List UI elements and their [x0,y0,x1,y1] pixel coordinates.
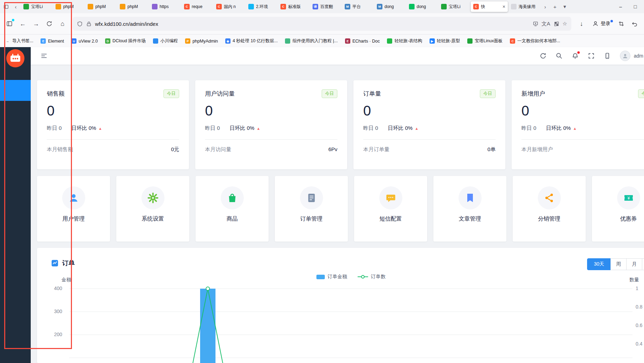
bookmark-star-icon[interactable]: ☆ [563,21,567,27]
today-badge: 今日 [638,89,644,98]
main-area: adm 销售额今日 0 昨日 0日环比 0%▲ 本月销售额0元 用户访问量今日 … [31,47,644,363]
admin-avatar[interactable] [620,51,630,61]
search-icon[interactable] [556,52,563,59]
bookmarks-bar: →导入书签... EElement UuView 2.0 DDCloud 插件市… [0,35,644,48]
translate-icon[interactable]: 文A [542,21,550,27]
refresh-icon[interactable] [540,52,547,59]
stat-yesterday: 昨日 0 [363,125,378,132]
browser-tab[interactable]: 海美缘用 [508,1,540,12]
maximize-button[interactable]: □ [628,1,643,12]
bookmark-label: 导入书签... [12,38,33,44]
bookmark-item[interactable]: DDCloud 插件市场 [105,38,146,44]
csdn-icon: C [510,38,515,44]
undo-icon[interactable] [629,18,641,30]
bell-icon[interactable] [572,52,579,59]
quick-label: 用户管理 [63,215,85,223]
browser-tab[interactable]: 宝塔Li [21,1,52,12]
stat-title: 用户访问量 [205,90,235,98]
tab-label: phpM [127,4,146,9]
range-button-month[interactable]: 月 [626,258,642,270]
bookmark-label: 一文教你如何本地部... [517,38,560,44]
mobile-icon[interactable] [604,52,611,59]
save-page-icon[interactable] [533,21,539,27]
new-tab-button[interactable]: + [550,2,559,11]
quick-card-articles[interactable]: 文章管理 [433,176,506,242]
quick-card-settings[interactable]: 系统设置 [116,176,189,242]
quick-card-coupons[interactable]: ¥ 优惠券 [592,176,644,242]
divider [47,139,179,140]
back-button[interactable]: ← [17,18,29,30]
browser-tab-active[interactable]: C快× [471,1,508,12]
bookmark-item[interactable]: ◆4 秒处理 10 亿行数据... [225,38,278,44]
bookmark-label: uView 2.0 [79,39,98,44]
article-icon [464,192,476,203]
bookmark-item[interactable]: ▶轻轻旅-原型 [430,38,460,44]
browser-tab[interactable]: phpM [53,1,85,12]
admin-app: adm 销售额今日 0 昨日 0日环比 0%▲ 本月销售额0元 用户访问量今日 … [0,47,644,363]
baota-icon [467,38,473,44]
browser-tab[interactable]: 2.环境 [246,1,277,12]
tab-close-icon[interactable]: × [503,4,505,9]
quick-card-goods[interactable]: 商品 [196,176,269,242]
firefox-view-icon[interactable] [1,2,10,11]
downloads-button[interactable]: ↓ [576,18,587,30]
bookmark-item[interactable]: 小川编程 [153,38,178,44]
browser-tab[interactable]: Creque [182,1,213,12]
quick-card-users[interactable]: 用户管理 [37,176,110,242]
fullscreen-icon[interactable] [588,52,595,59]
screenshot-icon[interactable] [615,18,627,30]
forward-button[interactable]: → [30,18,42,30]
range-button-year[interactable]: 年 [642,258,644,270]
list-all-tabs-icon[interactable]: ▾ [560,2,569,11]
browser-tab[interactable]: C标准版 [278,1,309,12]
legend-order-count[interactable]: 订单数 [358,274,386,280]
browser-sidebar-icon[interactable] [3,18,15,30]
qr-grid-icon[interactable] [554,21,559,27]
today-badge: 今日 [480,89,496,98]
range-button-week[interactable]: 周 [610,258,627,270]
legend-label: 订单金额 [328,274,347,280]
browser-tab[interactable]: phpM [117,1,149,12]
shield-icon[interactable] [77,21,83,27]
bookmark-item[interactable]: C一文教你如何本地部... [510,38,560,44]
chart-range-group: 30天 周 月 年 [587,258,644,270]
home-button[interactable]: ⌂ [57,18,68,30]
quick-card-distribution[interactable]: 分销管理 [513,176,586,242]
browser-tab[interactable]: M平台 [342,1,374,12]
reload-button[interactable] [43,18,55,30]
quick-card-order-manage[interactable]: 订单管理 [275,176,348,242]
browser-tab[interactable]: C国内 n [214,1,245,12]
bookmark-item[interactable]: EECharts · Doc [345,38,380,44]
minimize-button[interactable]: – [613,1,628,12]
lock-icon[interactable] [86,21,92,27]
bookmark-item[interactable]: 宝塔Linux面板 [467,38,503,44]
stat-title: 新增用户 [521,90,545,98]
browser-tab[interactable]: 宝塔Li [439,1,470,12]
bookmark-item[interactable]: 组件使用的入门教程 |... [285,38,338,44]
browser-tab[interactable]: phpM [85,1,117,12]
bookmark-item[interactable]: →导入书签... [5,38,33,44]
browser-tab[interactable]: 译百度翻 [310,1,342,12]
sidebar-item-active[interactable] [0,80,31,101]
stat-value: 0 [521,103,644,119]
bookmark-item[interactable]: PphpMyAdmin [185,38,218,44]
bookmark-item[interactable]: UuView 2.0 [71,38,98,44]
up-triangle-icon: ▲ [256,126,260,131]
menu-fold-icon[interactable] [41,52,47,59]
browser-tab[interactable]: Mdong [374,1,406,12]
legend-order-amount[interactable]: 订单金额 [316,274,347,280]
bookmark-item[interactable]: EElement [41,38,64,44]
address-bar[interactable]: wfx.kdd100.cn/admin/index 文A ☆ [73,17,571,31]
browser-tab[interactable]: dong [407,1,438,12]
quick-card-sms[interactable]: 短信配置 [354,176,427,242]
stat-value: 0 [47,103,179,119]
range-button-30d[interactable]: 30天 [587,258,611,270]
browser-tab[interactable]: https [149,1,181,12]
bookmark-label: ECharts · Doc [352,39,380,44]
account-login-button[interactable]: 登录 [589,19,614,29]
tab-scroll-left-icon[interactable]: ‹ [11,2,20,11]
stat-footer-label: 本月新增用户 [521,146,553,153]
tab-label: 标准版 [288,4,307,10]
bookmark-item[interactable]: 轻轻旅-表结构 [387,38,422,44]
tab-scroll-right-icon[interactable]: › [541,2,550,11]
